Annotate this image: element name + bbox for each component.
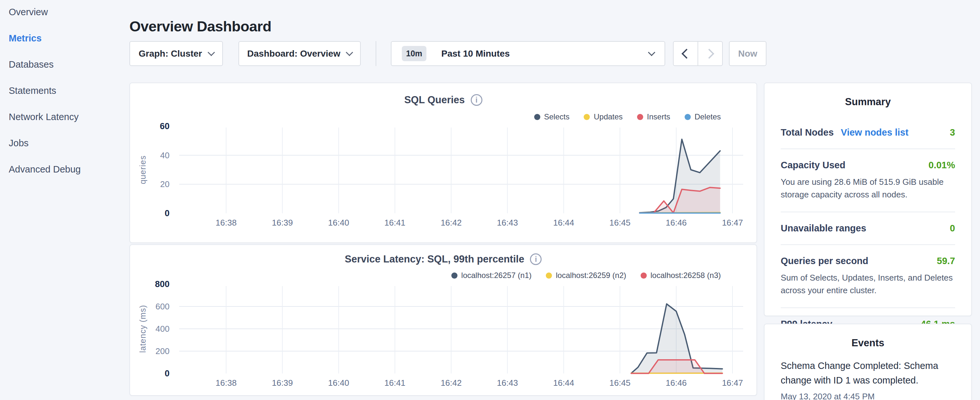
service-latency-plot[interactable]: 020040060080016:3816:3916:4016:4116:4216… xyxy=(130,245,758,397)
x-axis-tick-label: 16:46 xyxy=(666,218,687,228)
sql-queries-chart-card: SQL Queries i SelectsUpdatesInsertsDelet… xyxy=(129,83,757,243)
x-axis-tick-label: 16:45 xyxy=(609,218,631,228)
time-range-badge: 10m xyxy=(402,46,426,61)
controls-divider xyxy=(375,41,376,66)
summary-row-capacity-used: Capacity Used 0.01% You are using 28.6 M… xyxy=(781,148,955,212)
y-axis-tick-label: 0 xyxy=(165,209,170,218)
event-text: Schema Change Completed: Schema change w… xyxy=(781,359,955,388)
x-axis-tick-label: 16:38 xyxy=(215,218,237,228)
summary-row-value: 59.7 xyxy=(937,256,955,266)
sidebar-item-databases[interactable]: Databases xyxy=(9,59,129,70)
x-axis-tick-label: 16:45 xyxy=(609,378,631,388)
sidebar-item-network-latency[interactable]: Network Latency xyxy=(9,112,129,122)
time-step-back-button[interactable] xyxy=(674,42,698,65)
y-axis-title: latency (ms) xyxy=(138,305,147,353)
summary-panel: Summary Total Nodes View nodes list 3 Ca… xyxy=(764,83,972,316)
x-axis-tick-label: 16:44 xyxy=(553,218,574,228)
y-axis-tick-label: 40 xyxy=(160,150,170,160)
summary-row-queries-per-second: Queries per second 59.7 Sum of Selects, … xyxy=(781,244,955,308)
x-axis-tick-label: 16:38 xyxy=(215,378,237,388)
summary-row-description: You are using 28.6 MiB of 515.9 GiB usab… xyxy=(781,176,955,201)
y-axis-tick-label: 200 xyxy=(156,346,170,356)
x-axis-tick-label: 16:41 xyxy=(384,378,406,388)
sidebar-item-metrics[interactable]: Metrics xyxy=(9,33,129,43)
chevron-right-icon xyxy=(704,49,714,59)
summary-rows: Total Nodes View nodes list 3 Capacity U… xyxy=(781,121,955,340)
dashboard-dropdown-label: Dashboard: Overview xyxy=(247,49,340,59)
y-axis-tick-label: 400 xyxy=(156,324,170,334)
y-axis-tick-label: 60 xyxy=(160,121,170,131)
x-axis-tick-label: 16:41 xyxy=(384,218,406,228)
x-axis-tick-label: 16:43 xyxy=(497,218,518,228)
time-range-selector[interactable]: 10m Past 10 Minutes xyxy=(391,41,665,66)
now-button[interactable]: Now xyxy=(729,41,767,66)
summary-row-label: Capacity Used xyxy=(781,160,845,171)
sidebar-item-jobs[interactable]: Jobs xyxy=(9,138,129,148)
sidebar-item-advanced-debug[interactable]: Advanced Debug xyxy=(9,164,129,174)
graph-scope-dropdown[interactable]: Graph: Cluster xyxy=(129,41,223,66)
x-axis-tick-label: 16:47 xyxy=(722,218,743,228)
summary-row-value: 0.01% xyxy=(929,160,955,171)
now-button-label: Now xyxy=(738,49,757,59)
time-step-forward-button[interactable] xyxy=(698,42,722,65)
summary-title: Summary xyxy=(765,83,971,108)
sql-queries-plot[interactable]: 020406016:3816:3916:4016:4116:4216:4316:… xyxy=(130,83,758,244)
summary-row-label: Total Nodes xyxy=(781,127,834,138)
dashboard-dropdown[interactable]: Dashboard: Overview xyxy=(239,41,361,66)
x-axis-tick-label: 16:46 xyxy=(666,378,687,388)
service-latency-chart-card: Service Latency: SQL, 99th percentile i … xyxy=(129,244,757,396)
y-axis-tick-label: 600 xyxy=(156,302,170,311)
summary-row-value: 3 xyxy=(950,127,955,138)
y-axis-title: queries xyxy=(138,155,147,184)
view-nodes-list-link[interactable]: View nodes list xyxy=(841,127,908,138)
event-timestamp: May 13, 2020 at 4:45 PM xyxy=(781,392,955,400)
y-axis-tick-label: 20 xyxy=(160,179,170,189)
y-axis-tick-label: 0 xyxy=(165,369,170,378)
summary-row-value: 0 xyxy=(950,223,955,234)
page-title: Overview Dashboard xyxy=(129,18,272,35)
x-axis-tick-label: 16:44 xyxy=(553,378,574,388)
x-axis-tick-label: 16:40 xyxy=(328,378,349,388)
x-axis-tick-label: 16:39 xyxy=(272,378,293,388)
time-range-label: Past 10 Minutes xyxy=(441,49,510,59)
sidebar-item-overview[interactable]: Overview xyxy=(9,7,129,17)
graph-scope-dropdown-label: Graph: Cluster xyxy=(138,49,202,59)
chevron-down-icon xyxy=(648,49,655,56)
time-step-buttons xyxy=(673,41,723,66)
x-axis-tick-label: 16:40 xyxy=(328,218,349,228)
sidebar: Overview Metrics Databases Statements Ne… xyxy=(0,0,129,400)
x-axis-tick-label: 16:43 xyxy=(497,378,518,388)
summary-row-label: Unavailable ranges xyxy=(781,223,866,234)
x-axis-tick-label: 16:39 xyxy=(272,218,293,228)
summary-row-description: Sum of Selects, Updates, Inserts, and De… xyxy=(781,271,955,297)
cockroachdb-console: { "sidebar": { "items": [ {"label": "Ove… xyxy=(0,0,980,400)
chevron-down-icon xyxy=(207,49,215,56)
x-axis-tick-label: 16:42 xyxy=(441,218,462,228)
x-axis-tick-label: 16:47 xyxy=(722,378,743,388)
sidebar-item-statements[interactable]: Statements xyxy=(9,85,129,96)
controls-bar: Graph: Cluster Dashboard: Overview 10m P… xyxy=(129,41,768,66)
y-axis-tick-label: 800 xyxy=(155,279,170,289)
chevron-down-icon xyxy=(346,49,353,56)
event-list-item[interactable]: Schema Change Completed: Schema change w… xyxy=(781,359,955,400)
events-panel: Events Schema Change Completed: Schema c… xyxy=(764,324,972,400)
events-title: Events xyxy=(765,324,971,349)
summary-row-unavailable-ranges: Unavailable ranges 0 xyxy=(781,212,955,244)
main-content: Overview Dashboard Graph: Cluster Dashbo… xyxy=(129,0,768,400)
chevron-left-icon xyxy=(681,49,691,59)
x-axis-tick-label: 16:42 xyxy=(441,378,462,388)
summary-row-total-nodes: Total Nodes View nodes list 3 xyxy=(781,121,955,148)
summary-row-label: Queries per second xyxy=(781,256,869,266)
